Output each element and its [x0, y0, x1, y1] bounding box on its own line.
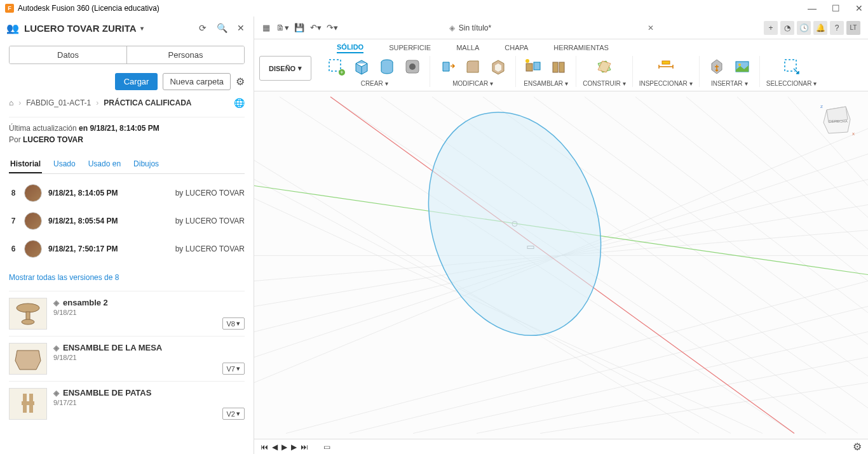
cube-icon: ◈ — [449, 23, 455, 32]
svg-rect-13 — [559, 62, 564, 72]
svg-text:+: + — [341, 69, 344, 76]
timeline-gear-icon[interactable]: ⚙ — [853, 441, 862, 453]
svg-text:DERECHA: DERECHA — [829, 119, 847, 123]
job-status-icon[interactable]: 🕓 — [797, 21, 811, 35]
show-all-versions-link[interactable]: Mostrar todas las versiones de 8 — [0, 268, 254, 291]
sketch-icon[interactable]: + — [325, 56, 347, 77]
timeline-prev-icon[interactable]: ◀ — [272, 443, 278, 451]
insert-derive-icon[interactable] — [706, 56, 728, 77]
workspace-selector[interactable]: DISEÑO▾ — [259, 56, 311, 81]
history-row[interactable]: 8 9/18/21, 8:14:05 PM by LUCERO TOVAR — [9, 179, 245, 207]
refresh-icon[interactable]: ⟳ — [196, 22, 209, 34]
svg-rect-12 — [553, 62, 558, 72]
team-dropdown[interactable]: LUCERO TOVAR ZURITA ▾ — [24, 23, 191, 34]
subtab-drawings[interactable]: Dibujos — [132, 156, 160, 173]
grid-plane — [254, 91, 868, 439]
measure-icon[interactable] — [655, 56, 677, 77]
press-pull-icon[interactable] — [437, 56, 458, 77]
ws-tab-surface[interactable]: SUPERFICIE — [389, 44, 431, 53]
ws-tab-sheet[interactable]: CHAPA — [505, 44, 528, 53]
chevron-down-icon: ▾ — [298, 64, 302, 72]
svg-rect-14 — [662, 61, 670, 64]
file-list: ◈ensamble 2 9/18/21 V8▾ ◈ENSAMBLE DE LA … — [0, 291, 254, 426]
user-avatar[interactable]: LT — [846, 21, 860, 35]
save-icon[interactable]: 💾 — [292, 21, 306, 35]
file-item[interactable]: ◈ENSAMBLE DE LA MESA 9/18/21 V7▾ — [9, 336, 245, 381]
viewcube[interactable]: DERECHA z x — [817, 100, 855, 138]
gear-icon[interactable]: ⚙ — [236, 76, 245, 88]
cube-icon: ◈ — [53, 344, 59, 352]
globe-icon[interactable]: 🌐 — [234, 98, 245, 108]
ws-tab-tools[interactable]: HERRAMIENTAS — [553, 44, 609, 53]
maximize-button[interactable]: ☐ — [832, 3, 840, 13]
history-row[interactable]: 6 9/18/21, 7:50:17 PM by LUCERO TOVAR — [9, 235, 245, 263]
version-badge[interactable]: V2▾ — [222, 408, 245, 420]
app-icon: F — [5, 4, 14, 13]
select-icon[interactable] — [781, 56, 803, 77]
fillet-icon[interactable] — [462, 56, 484, 77]
close-panel-icon[interactable]: ✕ — [234, 22, 247, 34]
sphere-hole-icon[interactable] — [402, 56, 423, 77]
svg-point-0 — [17, 304, 39, 312]
subtab-used[interactable]: Usado — [52, 156, 77, 173]
team-name: LUCERO TOVAR ZURITA — [24, 23, 137, 34]
ws-tab-solid[interactable]: SÓLIDO — [337, 43, 363, 53]
svg-text:z: z — [820, 103, 823, 109]
cylinder-icon[interactable] — [376, 56, 398, 77]
history-thumb — [24, 240, 42, 258]
redo-icon[interactable]: ↷▾ — [325, 21, 339, 35]
tab-data[interactable]: Datos — [10, 46, 126, 63]
as-built-joint-icon[interactable] — [548, 56, 569, 77]
search-icon[interactable]: 🔍 — [215, 22, 228, 34]
chevron-down-icon: ▾ — [689, 80, 693, 87]
shell-icon[interactable] — [487, 56, 509, 77]
svg-point-11 — [526, 59, 529, 63]
app-title: Autodesk Fusion 360 (Licencia educativa) — [18, 4, 159, 13]
file-menu-icon[interactable]: 🗎▾ — [276, 21, 290, 35]
svg-point-16 — [738, 63, 741, 66]
subtab-history[interactable]: Historial — [9, 156, 42, 173]
document-tab[interactable]: ◈ Sin título* ✕ — [449, 23, 654, 32]
timeline-start-icon[interactable]: ⏮ — [261, 443, 268, 451]
joint-icon[interactable] — [522, 56, 544, 77]
minimize-button[interactable]: — — [808, 3, 817, 13]
new-folder-button[interactable]: Nueva carpeta — [163, 73, 231, 90]
extensions-icon[interactable]: ◔ — [780, 21, 794, 35]
breadcrumb-project[interactable]: FABDIG_01-ACT-1 — [26, 98, 91, 107]
timeline-end-icon[interactable]: ⏭ — [301, 443, 308, 451]
file-item[interactable]: ◈ensamble 2 9/18/21 V8▾ — [9, 291, 245, 336]
viewport-canvas[interactable]: DERECHA z x — [254, 91, 868, 439]
subtab-used-in[interactable]: Usado en — [87, 156, 122, 173]
timeline-play-icon[interactable]: ▶ — [281, 443, 287, 451]
tab-people[interactable]: Personas — [126, 46, 244, 63]
notifications-icon[interactable]: 🔔 — [813, 21, 827, 35]
chevron-down-icon: ▾ — [813, 80, 817, 87]
load-button[interactable]: Cargar — [115, 73, 158, 90]
timeline-next-icon[interactable]: ▶ — [291, 443, 297, 451]
sketch-ellipse — [401, 91, 629, 358]
file-thumbnail — [9, 343, 47, 375]
undo-icon[interactable]: ↶▾ — [309, 21, 323, 35]
box-icon[interactable] — [351, 56, 372, 77]
grid-icon[interactable]: ▦ — [259, 21, 273, 35]
close-button[interactable]: ✕ — [855, 3, 863, 13]
home-icon[interactable]: ⌂ — [9, 98, 13, 107]
version-badge[interactable]: V8▾ — [222, 317, 245, 330]
sketch-feature-icon[interactable]: ▭ — [323, 443, 330, 451]
version-badge[interactable]: V7▾ — [222, 363, 245, 375]
new-tab-button[interactable]: + — [764, 21, 778, 35]
chevron-down-icon: ▾ — [565, 80, 568, 87]
file-item[interactable]: ◈ENSAMBLE DE PATAS 9/17/21 V2▾ — [9, 381, 245, 426]
construct-plane-icon[interactable] — [593, 56, 615, 77]
chevron-down-icon: ▾ — [745, 80, 748, 87]
breadcrumb-folder[interactable]: PRÁCTICA CALIFICADA — [104, 98, 191, 107]
close-tab-icon[interactable]: ✕ — [648, 23, 654, 32]
ribbon-toolbar: DISEÑO▾ + CREAR▾ MODIFICAR▾ — [254, 53, 868, 91]
history-row[interactable]: 7 9/18/21, 8:05:54 PM by LUCERO TOVAR — [9, 207, 245, 235]
version-info: Última actualización en 9/18/21, 8:14:05… — [9, 117, 245, 144]
ws-tab-mesh[interactable]: MALLA — [456, 44, 479, 53]
window-titlebar: F Autodesk Fusion 360 (Licencia educativ… — [0, 0, 868, 17]
help-icon[interactable]: ? — [830, 21, 844, 35]
file-thumbnail — [9, 388, 47, 420]
insert-image-icon[interactable] — [731, 56, 753, 77]
